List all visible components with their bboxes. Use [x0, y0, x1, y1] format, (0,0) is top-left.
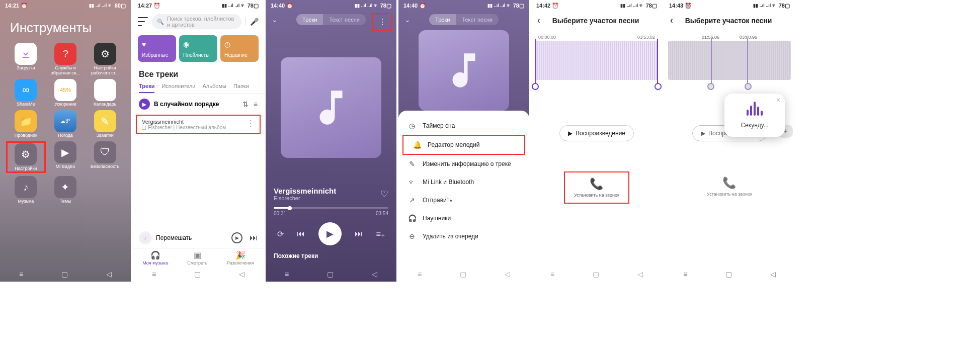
back-icon[interactable]: ‹ — [537, 15, 540, 26]
menu-share[interactable]: ↗Отправить — [398, 191, 529, 209]
themes-icon: ✦ — [54, 176, 76, 198]
waveform[interactable] — [668, 41, 791, 80]
app-weather[interactable]: ☁3°Погода — [46, 110, 86, 138]
menu-ringtone-editor[interactable]: 🔔Редактор мелодий — [402, 135, 525, 155]
heart-icon[interactable]: ♡ — [380, 189, 388, 200]
mini-player[interactable]: ♪ Перемешать ▶⏭ — [133, 228, 264, 248]
app-notes[interactable]: ✎Заметки — [85, 110, 125, 138]
filter-icon[interactable] — [138, 17, 148, 26]
play-button[interactable]: ▶ — [318, 222, 342, 245]
tab-folders[interactable]: Папки — [233, 83, 249, 93]
home-icon[interactable]: ▢ — [593, 270, 599, 278]
tab-tracks[interactable]: Треки — [429, 14, 456, 25]
set-ringtone-button[interactable]: 📞 Установить на звонок — [698, 171, 761, 202]
waveform[interactable] — [535, 41, 658, 80]
trim-knob-left[interactable] — [707, 83, 714, 90]
tab-tracks[interactable]: Треки — [139, 83, 154, 93]
app-files[interactable]: 📁Проводник — [6, 110, 46, 138]
trim-handle-left[interactable] — [711, 39, 712, 88]
back-icon[interactable]: ◁ — [770, 270, 776, 278]
recents-icon[interactable]: ≡ — [152, 270, 156, 278]
set-ringtone-button[interactable]: 📞 Установить на звонок — [564, 171, 629, 204]
app-themes[interactable]: ✦Темы — [46, 176, 86, 204]
back-icon[interactable]: ◁ — [637, 270, 643, 278]
menu-milink[interactable]: ᯤMi Link и Bluetooth — [398, 173, 529, 191]
trim-handle-left[interactable] — [535, 39, 536, 88]
recents-icon[interactable]: ≡ — [683, 270, 687, 278]
signal-icon: ▮▮ ..ıl ..ıl ᯤ — [487, 3, 511, 8]
app-mivideo[interactable]: ▶Mi Видео — [46, 141, 86, 173]
trim-knob-left[interactable] — [532, 83, 539, 90]
trim-handle-right[interactable] — [657, 39, 658, 88]
android-navbar[interactable]: ≡▢◁ — [664, 267, 795, 282]
play-button[interactable]: ▶Воспроизведение — [559, 125, 634, 141]
home-icon[interactable]: ▢ — [327, 270, 334, 278]
tab-tracks[interactable]: Треки — [296, 14, 323, 25]
recents-icon[interactable]: ≡ — [285, 270, 289, 278]
close-icon[interactable]: ✕ — [776, 97, 781, 104]
home-icon[interactable]: ▢ — [460, 270, 466, 278]
tab-albums[interactable]: Альбомы — [203, 83, 226, 93]
android-navbar[interactable]: ≡▢◁ — [0, 267, 131, 282]
chip-favorites[interactable]: ♥Избранные — [138, 35, 176, 62]
back-icon[interactable]: ◁ — [505, 270, 510, 278]
recents-icon[interactable]: ≡ — [418, 270, 422, 278]
search-input[interactable]: 🔍Поиск треков, плейлистов и артистов — [152, 14, 241, 29]
chip-recents[interactable]: ◷Недавние — [220, 35, 259, 62]
tab-lyrics[interactable]: Текст песни — [456, 14, 499, 25]
home-icon[interactable]: ▢ — [61, 270, 68, 278]
android-navbar[interactable]: ≡▢◁ — [531, 267, 662, 282]
chevron-down-icon[interactable]: ⌄ — [404, 16, 411, 24]
back-icon[interactable]: ◁ — [239, 270, 244, 278]
home-icon[interactable]: ▢ — [194, 270, 201, 278]
next-icon[interactable]: ⏭ — [250, 233, 258, 242]
more-icon[interactable]: ⋮ — [247, 119, 255, 128]
trim-handle-right[interactable] — [747, 39, 748, 88]
play-button[interactable]: ▶ — [231, 232, 242, 243]
app-security[interactable]: 🛡Безопасность — [85, 141, 125, 173]
android-navbar[interactable]: ≡▢◁ — [133, 267, 264, 282]
app-music[interactable]: ♪Музыка — [6, 176, 46, 204]
back-icon[interactable]: ◁ — [372, 270, 377, 278]
back-icon[interactable]: ‹ — [670, 15, 673, 26]
next-icon[interactable]: ⏭ — [355, 229, 363, 238]
app-cleaner[interactable]: 45%Ускорение — [46, 79, 86, 107]
repeat-icon[interactable]: ⟳ — [277, 229, 284, 239]
trim-knob-right[interactable] — [745, 83, 752, 90]
app-feedback[interactable]: ?Службы и обратная св... — [46, 43, 86, 76]
more-button[interactable]: ⋮ — [372, 13, 392, 31]
app-settings[interactable]: ⚙Настройки — [6, 141, 46, 173]
nav-fun[interactable]: 🎉Развлечения — [227, 250, 254, 266]
recents-icon[interactable]: ≡ — [550, 270, 554, 278]
android-navbar[interactable]: ≡▢◁ — [398, 267, 529, 282]
home-icon[interactable]: ▢ — [725, 270, 732, 278]
view-toggle[interactable]: ТрекиТекст песни — [296, 14, 366, 25]
chevron-down-icon[interactable]: ⌄ — [272, 16, 278, 24]
app-calendar[interactable]: WED2Календарь — [85, 79, 125, 107]
mic-icon[interactable]: 🎤 — [246, 18, 259, 26]
menu-edit-info[interactable]: ✎Изменить информацию о треке — [398, 155, 529, 173]
nav-mymusic[interactable]: 🎧Моя музыка — [142, 250, 168, 266]
android-navbar[interactable]: ≡▢◁ — [266, 267, 396, 282]
trim-knob-right[interactable] — [655, 83, 662, 90]
menu-sleep-timer[interactable]: ◷Таймер сна — [398, 117, 529, 135]
app-downloads[interactable]: Загрузки — [6, 43, 46, 76]
list-icon[interactable]: ≡ — [254, 100, 258, 108]
track-row[interactable]: ⋮ Vergissmeinnicht Eisbrecher | Неизвест… — [136, 115, 261, 134]
app-wallpaper-settings[interactable]: ⚙Настройки рабочего ст... — [85, 43, 125, 76]
chip-playlists[interactable]: ◉Плейлисты — [179, 35, 217, 62]
sort-icon[interactable]: ⇅ — [242, 100, 249, 108]
shuffle-row[interactable]: ▶ В случайном порядке ⇅≡ — [133, 94, 264, 115]
menu-headphones[interactable]: 🎧Наушники — [398, 209, 529, 227]
menu-remove-queue[interactable]: ⊖Удалить из очереди — [398, 227, 529, 245]
queue-icon[interactable]: ≡₊ — [376, 229, 384, 239]
prev-icon[interactable]: ⏮ — [297, 229, 305, 238]
tab-lyrics[interactable]: Текст песни — [323, 14, 366, 25]
recents-icon[interactable]: ≡ — [19, 270, 23, 278]
progress-slider[interactable] — [274, 207, 388, 209]
app-shareme[interactable]: ∞ShareMe — [6, 79, 46, 107]
nav-watch[interactable]: ▣Смотреть — [187, 250, 207, 266]
view-toggle[interactable]: ТрекиТекст песни — [429, 14, 499, 25]
tab-artists[interactable]: Исполнители — [161, 83, 195, 93]
back-icon[interactable]: ◁ — [106, 270, 112, 278]
